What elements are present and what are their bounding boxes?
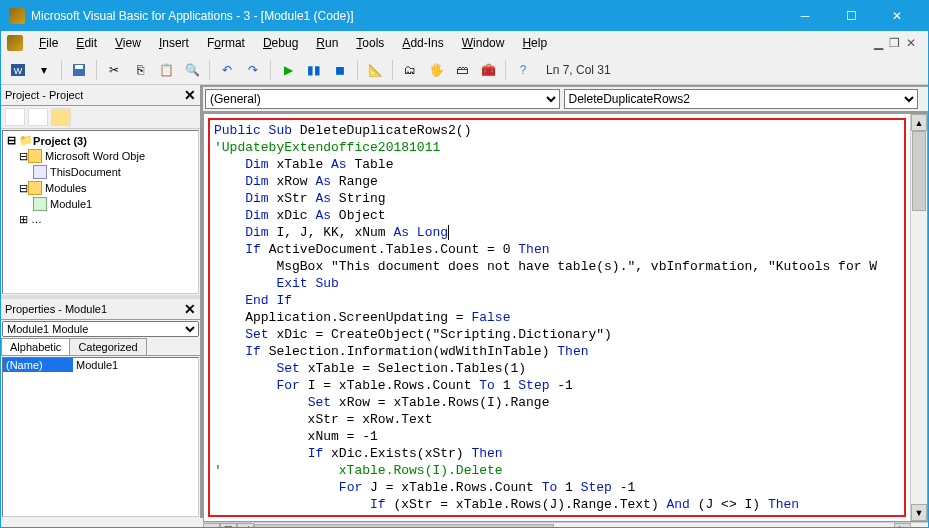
minimize-button[interactable]: ─ (782, 1, 828, 31)
tree-thisdocument[interactable]: ThisDocument (5, 164, 196, 180)
project-panel-header: Project - Project ✕ (1, 85, 200, 106)
menu-view[interactable]: View (107, 34, 149, 52)
maximize-button[interactable]: ☐ (828, 1, 874, 31)
properties-panel-header: Properties - Module1 ✕ (1, 299, 200, 320)
window-title: Microsoft Visual Basic for Applications … (31, 9, 782, 23)
menubar: File Edit View Insert Format Debug Run T… (1, 31, 928, 55)
object-combo[interactable]: (General) (205, 89, 560, 109)
menu-addins[interactable]: Add-Ins (394, 34, 451, 52)
break-button[interactable]: ▮▮ (303, 59, 325, 81)
procedure-view-button[interactable]: ≡ (203, 523, 220, 528)
menu-run[interactable]: Run (308, 34, 346, 52)
toolbox-button[interactable]: 🧰 (477, 59, 499, 81)
properties-object-combo[interactable]: Module1 Module (2, 321, 199, 337)
menu-format[interactable]: Format (199, 34, 253, 52)
view-code-button[interactable] (5, 108, 25, 126)
run-button[interactable]: ▶ (277, 59, 299, 81)
tab-alphabetic[interactable]: Alphabetic (1, 338, 70, 355)
svg-rect-3 (75, 65, 83, 69)
paste-button[interactable]: 📋 (155, 59, 177, 81)
project-toolbar (1, 106, 200, 129)
menu-edit[interactable]: Edit (68, 34, 105, 52)
properties-grid[interactable]: (Name) Module1 (2, 357, 199, 517)
redo-button[interactable]: ↷ (242, 59, 264, 81)
scroll-thumb-h[interactable] (254, 524, 554, 528)
menu-help[interactable]: Help (514, 34, 555, 52)
tree-root[interactable]: ⊟ 📁 Project (3) (5, 133, 196, 148)
tree-word-objects[interactable]: ⊟ Microsoft Word Obje (5, 148, 196, 164)
toolbar: W ▾ ✂ ⎘ 📋 🔍 ↶ ↷ ▶ ▮▮ ◼ 📐 🗂 🖐 🗃 🧰 ? Ln 7,… (1, 55, 928, 85)
menu-tools[interactable]: Tools (348, 34, 392, 52)
undo-button[interactable]: ↶ (216, 59, 238, 81)
scroll-up-button[interactable]: ▲ (911, 114, 927, 131)
titlebar: Microsoft Visual Basic for Applications … (1, 1, 928, 31)
cut-button[interactable]: ✂ (103, 59, 125, 81)
properties-panel-close[interactable]: ✕ (184, 301, 196, 317)
scroll-thumb-v[interactable] (912, 131, 926, 211)
mdi-minimize-button[interactable]: ▁ (874, 36, 883, 50)
code-editor[interactable]: Public Sub DeleteDuplicateRows2() 'Updat… (210, 120, 904, 515)
toggle-folders-button[interactable] (51, 108, 71, 126)
cursor-position: Ln 7, Col 31 (546, 63, 611, 77)
object-browser-button[interactable]: 🗃 (451, 59, 473, 81)
view-object-button[interactable] (28, 108, 48, 126)
scroll-down-button[interactable]: ▼ (911, 504, 927, 521)
insert-dropdown[interactable]: ▾ (33, 59, 55, 81)
properties-tabs: Alphabetic Categorized (1, 338, 200, 356)
design-mode-button[interactable]: 📐 (364, 59, 386, 81)
prop-name-value[interactable]: Module1 (73, 358, 198, 372)
svg-text:W: W (14, 66, 23, 76)
vertical-scrollbar[interactable]: ▲ ▼ (910, 114, 927, 521)
mdi-close-button[interactable]: ✕ (906, 36, 916, 50)
vba-icon (7, 35, 23, 51)
horizontal-scrollbar[interactable]: ≡ ▤ ◀ ▶ (203, 522, 928, 528)
scroll-left-button[interactable]: ◀ (237, 523, 254, 528)
project-explorer-button[interactable]: 🗂 (399, 59, 421, 81)
properties-panel-title: Properties - Module1 (5, 303, 107, 315)
project-panel-close[interactable]: ✕ (184, 87, 196, 103)
help-button[interactable]: ? (512, 59, 534, 81)
close-button[interactable]: ✕ (874, 1, 920, 31)
save-button[interactable] (68, 59, 90, 81)
tree-collapsed[interactable]: ⊞ … (5, 212, 196, 227)
prop-row-name[interactable]: (Name) Module1 (3, 358, 198, 372)
reset-button[interactable]: ◼ (329, 59, 351, 81)
menu-insert[interactable]: Insert (151, 34, 197, 52)
scroll-right-button[interactable]: ▶ (894, 523, 911, 528)
full-module-view-button[interactable]: ▤ (220, 523, 237, 528)
prop-name-key: (Name) (3, 358, 73, 372)
find-button[interactable]: 🔍 (181, 59, 203, 81)
tree-module1[interactable]: Module1 (5, 196, 196, 212)
tab-categorized[interactable]: Categorized (69, 338, 146, 355)
menu-file[interactable]: File (31, 34, 66, 52)
word-icon[interactable]: W (7, 59, 29, 81)
resize-grip[interactable] (911, 523, 928, 528)
project-panel-title: Project - Project (5, 89, 83, 101)
mdi-restore-button[interactable]: ❐ (889, 36, 900, 50)
project-tree[interactable]: ⊟ 📁 Project (3) ⊟ Microsoft Word Obje Th… (2, 130, 199, 294)
app-icon (9, 8, 25, 24)
properties-button[interactable]: 🖐 (425, 59, 447, 81)
menu-window[interactable]: Window (454, 34, 513, 52)
tree-modules[interactable]: ⊟ Modules (5, 180, 196, 196)
menu-debug[interactable]: Debug (255, 34, 306, 52)
copy-button[interactable]: ⎘ (129, 59, 151, 81)
procedure-combo[interactable]: DeleteDuplicateRows2 (564, 89, 919, 109)
